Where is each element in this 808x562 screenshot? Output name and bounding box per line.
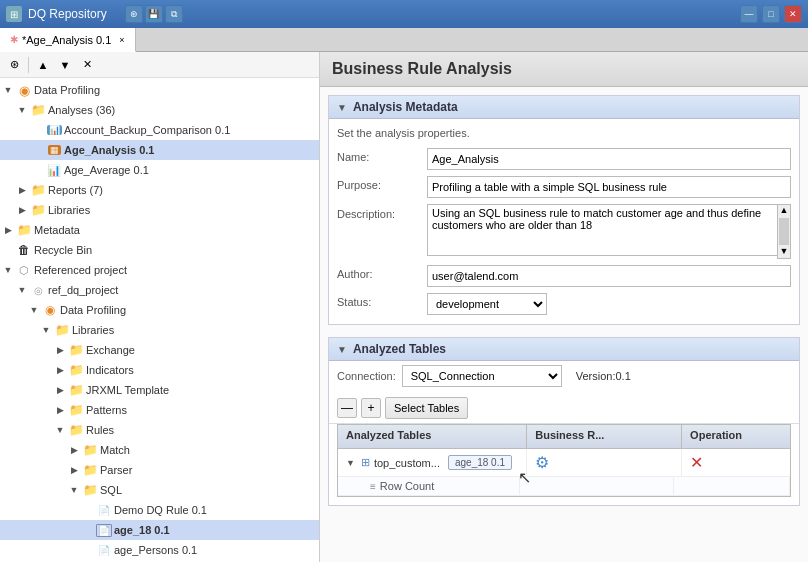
description-input[interactable]: Using an SQL business rule to match cust… <box>427 204 791 256</box>
tree-item-analyses[interactable]: ▼ 📁 Analyses (36) <box>0 100 319 120</box>
gear-icon[interactable]: ⚙ <box>535 453 549 472</box>
toggle-ref-lib[interactable]: ▼ <box>40 324 52 336</box>
tree-item-rules[interactable]: ▼ 📁 Rules <box>0 420 319 440</box>
tree-item-age-average[interactable]: 📊 Age_Average 0.1 <box>0 160 319 180</box>
tree-item-age-persons[interactable]: 📄 age_Persons 0.1 <box>0 540 319 560</box>
tree-item-ref-data-profiling[interactable]: ▼ ◉ Data Profiling <box>0 300 319 320</box>
toggle-patterns[interactable]: ▶ <box>54 404 66 416</box>
table-name-label: top_custom... <box>374 457 440 469</box>
cell-row-count-rule <box>520 477 674 495</box>
tree-item-sql[interactable]: ▼ 📁 SQL <box>0 480 319 500</box>
tree-item-reports[interactable]: ▶ 📁 Reports (7) <box>0 180 319 200</box>
toggle-ref-dq[interactable]: ▼ <box>16 284 28 296</box>
purpose-input[interactable] <box>427 176 791 198</box>
tree-item-parser[interactable]: ▶ 📁 Parser <box>0 460 319 480</box>
tree-item-ref-libraries[interactable]: ▼ 📁 Libraries <box>0 320 319 340</box>
filter-button[interactable]: ⊛ <box>4 55 24 75</box>
tab-close-button[interactable]: × <box>119 35 124 45</box>
delete-icon[interactable]: ✕ <box>690 453 703 472</box>
indicators-icon: 📁 <box>68 362 84 378</box>
tree-item-metadata[interactable]: ▶ 📁 Metadata <box>0 220 319 240</box>
age-analysis-label: Age_Analysis 0.1 <box>64 144 155 156</box>
author-input[interactable] <box>427 265 791 287</box>
down-button[interactable]: ▼ <box>55 55 75 75</box>
close-left-button[interactable]: ✕ <box>77 55 97 75</box>
col-analyzed-tables: Analyzed Tables <box>338 425 527 448</box>
scroll-up[interactable]: ▲ <box>778 205 790 217</box>
tree-item-match[interactable]: ▶ 📁 Match <box>0 440 319 460</box>
table-row-top-custom: ▼ ⊞ top_custom... age_18 0.1 ⚙ ✕ <box>338 449 790 477</box>
toggle-data-profiling[interactable]: ▼ <box>2 84 14 96</box>
tree-item-jrxml[interactable]: ▶ 📁 JRXML Template <box>0 380 319 400</box>
toggle-jrxml[interactable]: ▶ <box>54 384 66 396</box>
toggle-reports[interactable]: ▶ <box>16 184 28 196</box>
tree-item-libraries[interactable]: ▶ 📁 Libraries <box>0 200 319 220</box>
up-button[interactable]: ▲ <box>33 55 53 75</box>
analysis-metadata-header[interactable]: ▼ Analysis Metadata <box>329 96 799 119</box>
table-icon: ⊞ <box>361 456 370 469</box>
left-toolbar: ⊛ ▲ ▼ ✕ <box>0 52 319 78</box>
version-label: Version:0.1 <box>576 370 631 382</box>
tree-item-recycle[interactable]: 🗑 Recycle Bin <box>0 240 319 260</box>
tree-item-data-profiling[interactable]: ▼ ◉ Data Profiling <box>0 80 319 100</box>
status-select[interactable]: development production <box>427 293 547 315</box>
tables-toggle-icon: ▼ <box>337 344 347 355</box>
minimize-button[interactable]: — <box>740 5 758 23</box>
scroll-down[interactable]: ▼ <box>778 246 790 258</box>
tree-item-exchange[interactable]: ▶ 📁 Exchange <box>0 340 319 360</box>
toggle-rules[interactable]: ▼ <box>54 424 66 436</box>
tree-item-age18[interactable]: 📄 age_18 0.1 <box>0 520 319 540</box>
name-input[interactable] <box>427 148 791 170</box>
toggle-exchange[interactable]: ▶ <box>54 344 66 356</box>
author-row: Author: <box>329 262 799 290</box>
age-persons-icon: 📄 <box>96 542 112 558</box>
main-layout: ⊛ ▲ ▼ ✕ ▼ ◉ Data Profiling ▼ 📁 Analyses … <box>0 52 808 562</box>
toggle-indicators[interactable]: ▶ <box>54 364 66 376</box>
toggle-match[interactable]: ▶ <box>68 444 80 456</box>
select-tables-toolbar: — + Select Tables <box>329 393 799 424</box>
age-persons-label: age_Persons 0.1 <box>114 544 197 556</box>
cell-business-rule: ⚙ <box>527 449 682 476</box>
toggle-metadata[interactable]: ▶ <box>2 224 14 236</box>
tab-age-analysis[interactable]: ✱ *Age_Analysis 0.1 × <box>0 28 136 52</box>
select-tables-button[interactable]: Select Tables <box>385 397 468 419</box>
analyzed-tables-header[interactable]: ▼ Analyzed Tables <box>329 338 799 361</box>
status-value: development production <box>427 293 791 315</box>
textarea-scrollbar[interactable]: ▲ ▼ <box>777 204 791 259</box>
expand-button[interactable]: + <box>361 398 381 418</box>
toggle-parser[interactable]: ▶ <box>68 464 80 476</box>
tree-item-age-analysis[interactable]: ▦ Age_Analysis 0.1 <box>0 140 319 160</box>
analyses-label: Analyses (36) <box>48 104 115 116</box>
tree-item-account-backup[interactable]: 📊 Account_Backup_Comparison 0.1 <box>0 120 319 140</box>
close-button[interactable]: ✕ <box>784 5 802 23</box>
toolbar-save-icon[interactable]: 💾 <box>145 5 163 23</box>
toggle-ref-dp[interactable]: ▼ <box>28 304 40 316</box>
status-row: Status: development production <box>329 290 799 318</box>
toolbar-nav-icon[interactable]: ⧉ <box>165 5 183 23</box>
grid-header: Analyzed Tables Business R... Operation <box>338 425 790 449</box>
age-average-label: Age_Average 0.1 <box>64 164 149 176</box>
toggle-ref-project[interactable]: ▼ <box>2 264 14 276</box>
collapse-button[interactable]: — <box>337 398 357 418</box>
sql-label: SQL <box>100 484 122 496</box>
recycle-label: Recycle Bin <box>34 244 92 256</box>
spacer1 <box>32 124 44 136</box>
demo-dq-icon: 📄 <box>96 502 112 518</box>
maximize-button[interactable]: □ <box>762 5 780 23</box>
toolbar-filter-icon[interactable]: ⊛ <box>125 5 143 23</box>
reports-folder-icon: 📁 <box>30 182 46 198</box>
tree-item-indicators[interactable]: ▶ 📁 Indicators <box>0 360 319 380</box>
toggle-sql[interactable]: ▼ <box>68 484 80 496</box>
tree-item-patterns[interactable]: ▶ 📁 Patterns <box>0 400 319 420</box>
tree-item-demo-dq[interactable]: 📄 Demo DQ Rule 0.1 <box>0 500 319 520</box>
tree-item-ref-dq[interactable]: ▼ ◎ ref_dq_project <box>0 280 319 300</box>
age-analysis-icon: ▦ <box>46 142 62 158</box>
tree-item-ref-project[interactable]: ▼ ⬡ Referenced project <box>0 260 319 280</box>
rules-label: Rules <box>86 424 114 436</box>
row-expand-button[interactable]: ▼ <box>346 458 355 468</box>
left-panel: ⊛ ▲ ▼ ✕ ▼ ◉ Data Profiling ▼ 📁 Analyses … <box>0 52 320 562</box>
toggle-libraries[interactable]: ▶ <box>16 204 28 216</box>
connection-select[interactable]: SQL_Connection <box>402 365 562 387</box>
libraries-folder-icon: 📁 <box>30 202 46 218</box>
toggle-analyses[interactable]: ▼ <box>16 104 28 116</box>
